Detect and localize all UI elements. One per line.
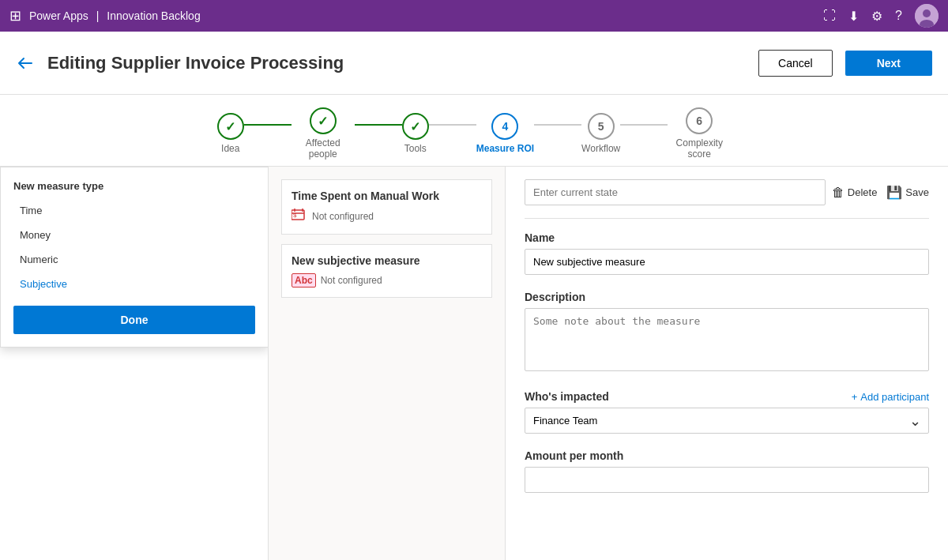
- name-input[interactable]: [525, 249, 929, 275]
- participant-select[interactable]: Finance Team: [525, 408, 929, 434]
- form-actions: 🗑 Delete 💾 Save: [832, 185, 929, 200]
- step-label-workflow: Workflow: [581, 143, 620, 154]
- left-panel: + Add measure Tim Mo Nu Sub New measure …: [0, 167, 269, 560]
- step-complexity: 6 Complexity score: [668, 107, 731, 160]
- measure-card-title-time: Time Spent on Manual Work: [292, 190, 482, 202]
- step-label-affected: Affected people: [292, 137, 355, 160]
- status-text-subjective: Not configured: [321, 275, 382, 286]
- topbar-icons: ⛶ ⬇ ⚙ ?: [823, 4, 939, 28]
- svg-point-1: [923, 9, 931, 17]
- participant-select-wrapper: Finance Team ⌄: [525, 408, 929, 434]
- status-text-time: Not configured: [312, 211, 374, 222]
- measure-card-status-subjective: Abc Not configured: [292, 273, 482, 288]
- save-icon: 💾: [886, 185, 902, 200]
- step-circle-affected: ✓: [310, 107, 337, 134]
- step-idea: ✓ Idea: [217, 113, 244, 154]
- step-circle-workflow: 5: [588, 113, 615, 140]
- delete-label: Delete: [848, 186, 878, 198]
- measure-card-time[interactable]: Time Spent on Manual Work $ Not configur…: [281, 179, 492, 235]
- step-measure: 4 Measure ROI: [476, 113, 534, 154]
- abc-icon: Abc: [292, 273, 316, 288]
- step-line-5: [620, 124, 668, 126]
- measure-type-dropdown: New measure type Time Money Numeric Subj…: [0, 167, 269, 348]
- back-button[interactable]: [16, 54, 35, 73]
- step-line-1: [244, 124, 292, 126]
- done-button[interactable]: Done: [13, 306, 255, 334]
- whos-impacted-label: Who's impacted: [525, 390, 852, 403]
- right-panel: 🗑 Delete 💾 Save Name Description Who's i: [506, 167, 948, 560]
- add-participant-label: Add participant: [860, 391, 929, 403]
- measure-card-subjective[interactable]: New subjective measure Abc Not configure…: [281, 244, 492, 298]
- save-label: Save: [905, 186, 929, 198]
- dropdown-title: New measure type: [13, 180, 255, 192]
- step-label-idea: Idea: [221, 143, 239, 154]
- option-time[interactable]: Time: [13, 201, 255, 220]
- avatar[interactable]: [915, 4, 939, 28]
- step-circle-tools: ✓: [402, 113, 429, 140]
- step-workflow: 5 Workflow: [581, 113, 620, 154]
- option-money[interactable]: Money: [13, 226, 255, 244]
- enter-state-input[interactable]: [525, 179, 826, 205]
- topbar: ⊞ Power Apps | Innovation Backlog ⛶ ⬇ ⚙ …: [0, 0, 948, 32]
- step-label-complexity: Complexity score: [668, 137, 731, 160]
- option-numeric[interactable]: Numeric: [13, 250, 255, 269]
- description-textarea[interactable]: [525, 308, 929, 371]
- step-line-3: [429, 124, 476, 126]
- step-affected: ✓ Affected people: [292, 107, 355, 160]
- delete-button[interactable]: 🗑 Delete: [832, 186, 878, 200]
- amount-group: Amount per month: [525, 449, 929, 493]
- option-subjective[interactable]: Subjective: [13, 275, 255, 293]
- expand-icon[interactable]: ⛶: [823, 9, 836, 23]
- step-label-measure: Measure ROI: [476, 143, 534, 154]
- step-circle-measure: 4: [491, 113, 518, 140]
- help-icon[interactable]: ?: [895, 9, 902, 23]
- page-title: Editing Supplier Invoice Processing: [47, 53, 746, 73]
- stepper: ✓ Idea ✓ Affected people ✓ Tools 4 Measu…: [0, 95, 948, 167]
- header-row: Editing Supplier Invoice Processing Canc…: [0, 32, 948, 95]
- description-label: Description: [525, 291, 929, 303]
- app-name: Power Apps: [29, 9, 88, 22]
- whos-impacted-group: Who's impacted + Add participant Finance…: [525, 390, 929, 434]
- save-button[interactable]: 💾 Save: [886, 185, 929, 200]
- delete-icon: 🗑: [832, 186, 845, 200]
- add-participant-button[interactable]: + Add participant: [852, 391, 929, 403]
- measure-card-title-subjective: New subjective measure: [292, 254, 482, 267]
- step-circle-complexity: 6: [686, 107, 713, 134]
- project-name: Innovation Backlog: [107, 9, 200, 22]
- step-line-4: [534, 124, 581, 126]
- step-line-2: [355, 124, 402, 126]
- step-tools: ✓ Tools: [402, 113, 429, 154]
- add-participant-plus-icon: +: [852, 391, 858, 403]
- name-group: Name: [525, 231, 929, 275]
- time-icon: $: [292, 209, 307, 224]
- amount-input[interactable]: [525, 467, 929, 493]
- form-divider: [525, 218, 929, 219]
- form-top-bar: 🗑 Delete 💾 Save: [525, 179, 929, 205]
- whos-impacted-header: Who's impacted + Add participant: [525, 390, 929, 403]
- waffle-icon[interactable]: ⊞: [9, 7, 21, 24]
- description-group: Description: [525, 291, 929, 374]
- main-content: + Add measure Tim Mo Nu Sub New measure …: [0, 167, 948, 560]
- next-button[interactable]: Next: [845, 51, 932, 76]
- settings-icon[interactable]: ⚙: [871, 9, 882, 24]
- download-icon[interactable]: ⬇: [848, 9, 859, 24]
- topbar-separator: |: [96, 9, 100, 22]
- name-label: Name: [525, 231, 929, 244]
- middle-panel: Time Spent on Manual Work $ Not configur…: [269, 167, 506, 560]
- dropdown-options: Time Money Numeric Subjective: [13, 201, 255, 293]
- cancel-button[interactable]: Cancel: [758, 50, 833, 77]
- amount-label: Amount per month: [525, 449, 929, 462]
- step-label-tools: Tools: [404, 143, 427, 154]
- measure-card-status-time: $ Not configured: [292, 209, 482, 224]
- step-circle-idea: ✓: [217, 113, 244, 140]
